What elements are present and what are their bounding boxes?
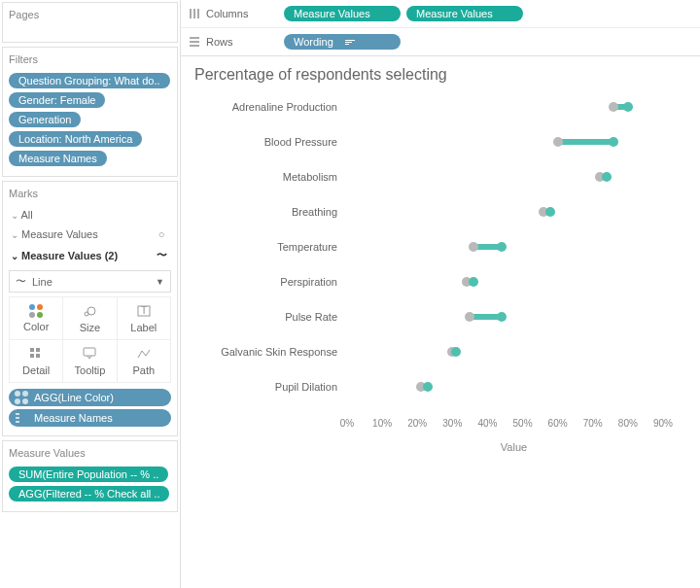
dropdown-caret-icon: ▼: [156, 277, 164, 287]
svg-rect-16: [190, 41, 199, 43]
mark-type-dropdown[interactable]: 〜Line ▼: [9, 270, 171, 293]
marks-all-row[interactable]: ⌄ All: [9, 205, 171, 225]
mark-properties-grid: Color Size T Label Detail Tooltip Path: [9, 296, 171, 383]
data-point[interactable]: [545, 207, 555, 217]
svg-rect-9: [16, 413, 19, 415]
mark-applied-pill[interactable]: AGG(Line Color): [9, 389, 171, 406]
range-segment[interactable]: [558, 139, 614, 145]
top-shelves: Columns Measure ValuesMeasure Values Row…: [181, 0, 700, 56]
mark-applied-pill[interactable]: Measure Names: [9, 409, 171, 427]
rows-icon: [189, 36, 200, 48]
row-label: Perspiration: [187, 276, 347, 288]
marks-card: Marks ⌄ All ⌄ Measure Values ○ ⌄ Measure…: [2, 181, 178, 436]
chart-row: Temperature: [187, 229, 681, 264]
detail-icon: [28, 346, 44, 362]
legend-icon: [15, 411, 28, 425]
data-point[interactable]: [623, 102, 633, 112]
axis-tick: 90%: [653, 418, 673, 429]
data-point[interactable]: [602, 172, 612, 182]
svg-rect-11: [16, 421, 19, 423]
chart-row: Pupil Dilation: [187, 369, 681, 404]
mark-tooltip-button[interactable]: Tooltip: [63, 340, 117, 383]
svg-text:T: T: [140, 304, 147, 316]
columns-pill[interactable]: Measure Values: [284, 6, 401, 21]
data-point[interactable]: [451, 347, 461, 357]
chart-row: Galvanic Skin Response: [187, 334, 681, 369]
svg-rect-8: [84, 348, 95, 356]
chart-row: Perspiration: [187, 264, 681, 299]
data-point[interactable]: [553, 137, 563, 147]
data-point[interactable]: [469, 277, 478, 287]
chart-plot[interactable]: Pupil DilationGalvanic Skin ResponsePuls…: [187, 89, 690, 459]
marks-title: Marks: [9, 188, 171, 199]
circle-icon: ○: [154, 228, 169, 240]
data-point[interactable]: [423, 382, 433, 392]
mark-path-button[interactable]: Path: [118, 340, 171, 383]
mark-detail-button[interactable]: Detail: [10, 340, 63, 383]
data-point[interactable]: [465, 312, 474, 322]
measure-values-shelf[interactable]: Measure Values SUM(Entire Population -- …: [2, 440, 178, 512]
row-label: Pupil Dilation: [187, 381, 347, 393]
svg-rect-17: [190, 45, 199, 47]
columns-pill[interactable]: Measure Values: [406, 6, 523, 21]
color-icon: [29, 304, 43, 318]
line-icon: 〜: [154, 248, 169, 262]
rows-pill[interactable]: Wording: [284, 34, 401, 50]
axis-tick: 0%: [340, 418, 354, 429]
chart-row: Adrenaline Production: [187, 89, 681, 124]
data-point[interactable]: [497, 312, 507, 322]
svg-rect-15: [190, 37, 199, 39]
svg-point-1: [88, 307, 95, 315]
chart-title: Percentage of respondents selecting: [194, 66, 690, 84]
data-point[interactable]: [609, 137, 618, 147]
size-icon: [82, 303, 97, 319]
chevron-down-icon: ⌄: [11, 251, 18, 261]
axis-tick: 70%: [583, 418, 603, 429]
sort-icon: [345, 40, 355, 45]
mark-label-button[interactable]: T Label: [118, 297, 171, 340]
chart-row: Blood Pressure: [187, 124, 681, 159]
line-icon: 〜: [16, 274, 26, 289]
measure-value-pill[interactable]: SUM(Entire Population -- % ..: [9, 467, 168, 482]
color-icon: [15, 391, 28, 404]
pages-shelf[interactable]: Pages: [2, 2, 178, 43]
columns-shelf[interactable]: Columns Measure ValuesMeasure Values: [181, 0, 700, 28]
filter-pill[interactable]: Location: North America: [9, 131, 142, 147]
row-label: Blood Pressure: [187, 136, 347, 148]
axis-tick: 10%: [372, 418, 392, 429]
tooltip-icon: [82, 346, 97, 362]
axis-tick: 40%: [477, 418, 497, 429]
label-icon: T: [136, 303, 152, 319]
rows-shelf[interactable]: Rows Wording: [181, 28, 700, 55]
marks-mv1-row[interactable]: ⌄ Measure Values ○: [9, 225, 171, 244]
row-label: Galvanic Skin Response: [187, 346, 347, 358]
x-axis: 0%10%20%30%40%50%60%70%80%90%: [347, 418, 681, 433]
measure-values-title: Measure Values: [9, 447, 171, 459]
filter-pill[interactable]: Measure Names: [9, 151, 107, 166]
pages-title: Pages: [9, 9, 171, 20]
axis-tick: 20%: [407, 418, 427, 429]
mark-size-button[interactable]: Size: [63, 297, 117, 340]
chevron-down-icon: ⌄: [11, 229, 18, 240]
measure-value-pill[interactable]: AGG(Filtered -- % Check all ..: [9, 486, 169, 502]
marks-mv2-row[interactable]: ⌄ Measure Values (2) 〜: [9, 244, 171, 266]
svg-rect-4: [30, 348, 34, 352]
filter-pill[interactable]: Generation: [9, 112, 81, 127]
filter-pill[interactable]: Gender: Female: [9, 92, 105, 108]
row-label: Breathing: [187, 206, 347, 218]
filters-shelf[interactable]: Filters Question Grouping: What do..Gend…: [2, 47, 178, 177]
svg-rect-5: [36, 348, 40, 352]
x-axis-label: Value: [347, 441, 681, 453]
filters-title: Filters: [9, 53, 171, 65]
row-label: Metabolism: [187, 171, 347, 183]
svg-rect-14: [197, 9, 199, 18]
mark-color-button[interactable]: Color: [10, 297, 63, 340]
data-point[interactable]: [609, 102, 618, 112]
svg-rect-10: [16, 417, 19, 419]
chart-row: Breathing: [187, 194, 681, 229]
chart-row: Metabolism: [187, 159, 681, 194]
filter-pill[interactable]: Question Grouping: What do..: [9, 73, 170, 88]
svg-rect-7: [36, 354, 40, 358]
data-point[interactable]: [469, 242, 478, 252]
data-point[interactable]: [497, 242, 507, 252]
